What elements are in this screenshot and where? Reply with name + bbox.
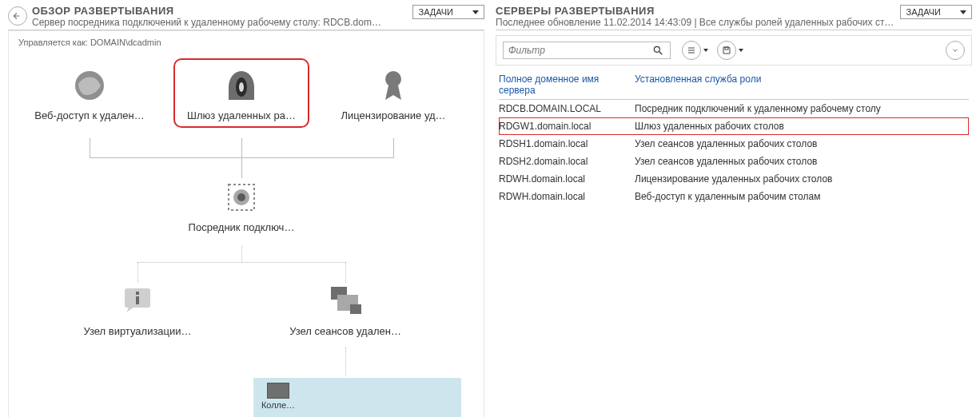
overview-header: ОБЗОР РАЗВЕРТЫВАНИЯ Сервер посредника по… xyxy=(8,5,484,30)
node-label: Узел сеансов удален… xyxy=(277,325,413,337)
connector xyxy=(241,246,242,262)
overview-subtitle: Сервер посредника подключений к удаленно… xyxy=(32,17,384,28)
collection-area[interactable]: Колле… xyxy=(253,378,461,417)
svg-rect-18 xyxy=(725,47,728,50)
back-button[interactable] xyxy=(8,6,27,26)
node-session-host[interactable]: Узел сеансов удален… xyxy=(277,282,413,337)
tasks-label: ЗАДАЧИ xyxy=(906,7,941,17)
overview-body: Управляется как: DOMAIN\dcadmin Веб-дост… xyxy=(8,30,484,417)
list-options-button[interactable] xyxy=(682,41,701,60)
session-host-icon xyxy=(326,282,365,320)
cell-role: Узел сеансов удаленных рабочих столов xyxy=(635,156,969,167)
svg-line-14 xyxy=(659,52,663,55)
connector xyxy=(137,262,345,263)
cell-server: RDSH2.domain.local xyxy=(499,156,635,167)
cell-server: RDWH.domain.local xyxy=(499,173,635,185)
connector xyxy=(241,157,242,178)
table-row[interactable]: RDCB.DOMAIN.LOCALПосредник подключений к… xyxy=(499,100,969,117)
svg-rect-8 xyxy=(136,292,139,295)
node-licensing[interactable]: Лицензирование уд… xyxy=(325,66,461,121)
node-label: Шлюз удаленных ра… xyxy=(180,109,303,121)
cell-server: RDWH.domain.local xyxy=(499,191,635,202)
cell-role: Лицензирование удаленных рабочих столов xyxy=(635,173,969,185)
managed-as-label: Управляется как: DOMAIN\dcadmin xyxy=(14,34,479,50)
chevron-down-icon xyxy=(739,49,743,52)
badge-icon xyxy=(374,66,412,105)
deployment-topology: Веб-доступ к удален… Шлюз удаленных ра… … xyxy=(14,50,479,402)
broker-icon xyxy=(222,178,261,216)
save-options-button[interactable] xyxy=(717,41,736,60)
node-label: Веб-доступ к удален… xyxy=(22,109,157,121)
node-label: Посредник подключ… xyxy=(173,221,309,233)
cell-server: RDSH1.domain.local xyxy=(499,138,635,149)
cell-server: RDGW1.domain.local xyxy=(499,121,635,132)
chevron-down-icon xyxy=(703,49,708,52)
node-web-access[interactable]: Веб-доступ к удален… xyxy=(22,66,157,121)
overview-tasks-button[interactable]: ЗАДАЧИ xyxy=(412,5,484,19)
node-label: Узел виртуализации… xyxy=(70,325,205,337)
expand-button[interactable] xyxy=(946,41,965,60)
deployment-servers-panel: СЕРВЕРЫ РАЗВЕРТЫВАНИЯ Последнее обновлен… xyxy=(496,5,972,417)
servers-table: Полное доменное имя сервера Установленна… xyxy=(496,73,972,205)
info-bubble-icon xyxy=(118,282,157,320)
table-row[interactable]: RDWH.domain.localЛицензирование удаленны… xyxy=(499,170,969,188)
connector xyxy=(90,138,90,157)
connector xyxy=(345,262,346,283)
collection-icon xyxy=(267,383,289,399)
gateway-icon xyxy=(222,66,261,105)
connector xyxy=(345,348,346,376)
search-icon[interactable] xyxy=(652,45,670,56)
chevron-down-icon xyxy=(472,10,479,14)
table-row[interactable]: RDSH2.domain.localУзел сеансов удаленных… xyxy=(499,153,969,170)
cell-role: Веб-доступ к удаленным рабочим столам xyxy=(635,191,969,202)
filter-toolbar xyxy=(496,35,972,66)
node-label: Лицензирование уд… xyxy=(325,109,461,121)
servers-subtitle: Последнее обновление 11.02.2014 14:43:09… xyxy=(496,17,895,28)
deployment-overview-panel: ОБЗОР РАЗВЕРТЫВАНИЯ Сервер посредника по… xyxy=(8,5,484,417)
collection-item[interactable]: Колле… xyxy=(258,383,298,410)
connector xyxy=(137,262,138,283)
filter-box xyxy=(503,42,671,59)
svg-rect-9 xyxy=(136,296,139,304)
node-broker[interactable]: Посредник подключ… xyxy=(173,178,309,233)
svg-point-3 xyxy=(385,71,401,87)
svg-point-6 xyxy=(237,193,245,201)
overview-title: ОБЗОР РАЗВЕРТЫВАНИЯ xyxy=(32,5,384,17)
chevron-down-icon xyxy=(960,10,966,14)
table-row[interactable]: RDGW1.domain.localШлюз удаленных рабочих… xyxy=(499,117,969,135)
col-server[interactable]: Полное доменное имя сервера xyxy=(499,73,635,96)
node-gateway[interactable]: Шлюз удаленных ра… xyxy=(173,58,309,128)
tasks-label: ЗАДАЧИ xyxy=(418,7,453,17)
table-row[interactable]: RDSH1.domain.localУзел сеансов удаленных… xyxy=(499,135,969,153)
cell-role: Шлюз удаленных рабочих столов xyxy=(635,121,969,132)
cell-role: Узел сеансов удаленных рабочих столов xyxy=(635,138,969,149)
filter-input[interactable] xyxy=(504,45,652,56)
table-row[interactable]: RDWH.domain.localВеб-доступ к удаленным … xyxy=(499,188,969,205)
globe-icon xyxy=(70,66,109,105)
cell-server: RDCB.DOMAIN.LOCAL xyxy=(499,103,635,114)
svg-point-13 xyxy=(654,46,659,52)
svg-rect-12 xyxy=(350,304,361,314)
connector xyxy=(393,138,394,157)
cell-role: Посредник подключений к удаленному рабоч… xyxy=(635,103,969,114)
servers-tasks-button[interactable]: ЗАДАЧИ xyxy=(900,5,972,19)
node-virtualization[interactable]: Узел виртуализации… xyxy=(70,282,205,337)
connector xyxy=(241,138,242,157)
col-role[interactable]: Установленная служба роли xyxy=(635,73,969,96)
servers-title: СЕРВЕРЫ РАЗВЕРТЫВАНИЯ xyxy=(496,5,895,17)
table-header: Полное доменное имя сервера Установленна… xyxy=(499,73,969,100)
servers-header: СЕРВЕРЫ РАЗВЕРТЫВАНИЯ Последнее обновлен… xyxy=(496,5,972,30)
collection-label: Колле… xyxy=(261,400,295,410)
svg-point-2 xyxy=(239,82,244,92)
